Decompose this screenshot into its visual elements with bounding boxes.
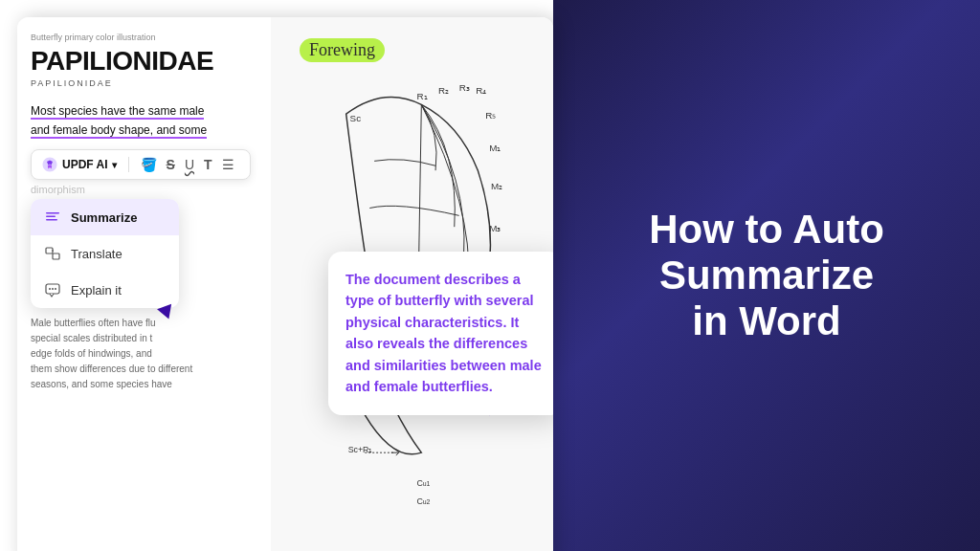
selected-text-block: Most species have the same male and fema… (31, 101, 257, 140)
illustration-column: Forewing R₁ R₂ R₃ (271, 17, 553, 551)
summary-purple-text: The document describes a type of butterf… (345, 272, 542, 394)
dropdown-menu: Summarize Translate (31, 199, 179, 308)
bottom-text: Male butterflies often have flu special … (31, 316, 257, 392)
underline-icon[interactable]: U (185, 157, 194, 172)
title-line2: Summarize (649, 253, 884, 298)
svg-point-8 (55, 288, 56, 290)
svg-text:M₁: M₁ (489, 143, 501, 154)
svg-rect-2 (46, 219, 57, 221)
translate-icon (44, 245, 61, 262)
summary-text: The document describes a type of butterf… (345, 269, 546, 398)
summarize-label: Summarize (71, 210, 137, 225)
title-line3: in Word (649, 298, 884, 344)
dropdown-item-summarize[interactable]: Summarize (31, 199, 179, 235)
bottom-line1: Male butterflies often have flu (31, 316, 257, 331)
list-icon[interactable]: ☰ (222, 157, 234, 172)
svg-rect-0 (46, 212, 59, 214)
svg-rect-3 (46, 248, 53, 253)
svg-text:Sc+R₁: Sc+R₁ (348, 445, 373, 454)
svg-text:R₃: R₃ (459, 82, 470, 93)
summary-popup: The document describes a type of butterf… (328, 252, 553, 415)
toolbar-icons: 🪣 S U T ☰ (141, 157, 234, 172)
bucket-icon[interactable]: 🪣 (141, 157, 157, 172)
svg-text:R₄: R₄ (476, 85, 486, 96)
text-column: Butterfly primary color illustration PAP… (17, 17, 271, 551)
selected-text: Most species have the same male and fema… (31, 104, 207, 139)
dimorphism-text: dimorphism (31, 184, 257, 195)
bottom-line5: seasons, and some species have (31, 377, 257, 392)
right-panel: How to Auto Summarize in Word (553, 0, 980, 551)
updf-ai-icon (41, 156, 58, 173)
chevron-icon: ▾ (112, 160, 117, 170)
right-panel-title: How to Auto Summarize in Word (649, 207, 884, 345)
svg-text:Cu2: Cu2 (416, 496, 430, 506)
dropdown-item-translate[interactable]: Translate (31, 235, 179, 272)
explain-icon (44, 281, 61, 298)
svg-point-6 (49, 288, 51, 290)
svg-rect-1 (46, 216, 56, 218)
bottom-line4: them show differences due to different (31, 362, 257, 377)
svg-point-7 (52, 288, 54, 290)
svg-text:R₂: R₂ (438, 85, 449, 96)
svg-text:Cu1: Cu1 (416, 478, 430, 488)
svg-text:M₂: M₂ (491, 181, 502, 191)
doc-subtitle: PAPILIONIDAE (31, 78, 257, 88)
forewing-label: Forewing (300, 38, 385, 62)
document-panel: Butterfly primary color illustration PAP… (17, 17, 553, 551)
summarize-icon (44, 209, 61, 226)
translate-label: Translate (71, 247, 122, 261)
svg-text:R₁: R₁ (416, 91, 427, 101)
doc-title: PAPILIONIDAE (31, 48, 257, 75)
bottom-line3: edge folds of hindwings, and (31, 346, 257, 362)
explain-label: Explain it (71, 283, 122, 298)
svg-text:R₅: R₅ (485, 110, 496, 121)
text-icon[interactable]: T (204, 157, 212, 172)
ai-label[interactable]: UPDF AI ▾ (41, 156, 117, 173)
svg-rect-4 (53, 253, 59, 259)
strikethrough-icon[interactable]: S (167, 157, 175, 172)
title-line1: How to Auto (649, 207, 884, 253)
ai-toolbar[interactable]: UPDF AI ▾ 🪣 S U T ☰ (31, 149, 251, 180)
bottom-line2: special scales distributed in t (31, 331, 257, 346)
ai-label-text: UPDF AI (62, 158, 108, 171)
doc-caption: Butterfly primary color illustration (31, 33, 257, 42)
svg-text:Sc: Sc (350, 113, 362, 123)
svg-text:M₃: M₃ (489, 223, 501, 233)
dropdown-item-explain[interactable]: Explain it (31, 272, 179, 308)
toolbar-divider (128, 157, 129, 172)
